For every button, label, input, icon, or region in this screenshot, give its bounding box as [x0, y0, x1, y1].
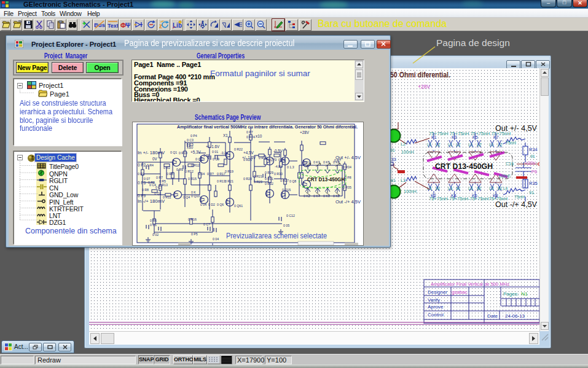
- svg-text:0 K3: 0 K3: [313, 160, 320, 164]
- svg-text:LZ: LZ: [436, 143, 441, 147]
- svg-text:0 R?: 0 R?: [207, 172, 214, 176]
- svg-text:0 R13: 0 R13: [159, 183, 168, 187]
- svg-text:R35: R35: [529, 181, 538, 186]
- svg-text:0 R1: 0 R1: [138, 172, 144, 176]
- svg-text:0 Q1: 0 Q1: [170, 151, 177, 154]
- svg-text:-0,5V: -0,5V: [273, 149, 283, 153]
- svg-text:0 P2: 0 P2: [138, 163, 146, 167]
- svg-text:L3: L3: [489, 186, 494, 190]
- svg-text:+4,5V: +4,5V: [243, 151, 254, 155]
- svg-text:0 D2: 0 D2: [208, 203, 215, 206]
- svg-text:L4: L4: [503, 186, 508, 190]
- svg-text:Out +/- 4,5V: Out +/- 4,5V: [495, 124, 538, 133]
- svg-text:+5,3V: +5,3V: [190, 150, 201, 154]
- svg-text:0 05: 0 05: [283, 224, 289, 227]
- svg-text:x10: x10: [187, 145, 194, 149]
- svg-text:L2: L2: [401, 142, 406, 146]
- svg-text:0 Q10: 0 Q10: [191, 194, 200, 198]
- svg-text:0 R13: 0 R13: [217, 179, 225, 183]
- svg-text:Text: Text: [108, 23, 118, 29]
- svg-text:Amplificator Final Vertical de: Amplificator Final Vertical de 500 MHz: [431, 281, 509, 287]
- svg-text:-4,8V: -4,8V: [275, 165, 283, 168]
- svg-text:LZ: LZ: [456, 143, 461, 147]
- svg-text:0 R32: 0 R32: [265, 182, 273, 186]
- svg-text:0 C3: 0 C3: [187, 138, 194, 142]
- svg-text:Control: Control: [428, 312, 444, 318]
- svg-text:0 01: 0 01: [212, 150, 218, 154]
- svg-text:LZ: LZ: [477, 143, 482, 147]
- svg-text:0 K1: 0 K1: [304, 160, 310, 164]
- svg-text:X1: X1: [223, 133, 228, 138]
- svg-text:0 Q70: 0 Q70: [268, 158, 276, 162]
- svg-text:L3: L3: [468, 186, 473, 190]
- svg-text:+/- 1.6V: +/- 1.6V: [206, 144, 220, 149]
- svg-text:0 Q5: 0 Q5: [278, 158, 285, 162]
- svg-text:Out +/- 4,5V: Out +/- 4,5V: [335, 155, 361, 160]
- svg-text:0 R21: 0 R21: [254, 174, 262, 178]
- svg-text:Designer: Designer: [428, 289, 447, 295]
- svg-text:0 R6: 0 R6: [150, 219, 157, 222]
- svg-text:L3: L3: [401, 178, 406, 182]
- svg-text:LZ: LZ: [498, 143, 503, 147]
- svg-text:b2: b2: [456, 186, 461, 190]
- svg-text:100nH: 100nH: [401, 150, 414, 154]
- svg-text:Out -/+ 4,5V: Out -/+ 4,5V: [495, 200, 538, 209]
- svg-text:+20V: +20V: [525, 160, 536, 166]
- svg-text:Pages: N1: Pages: N1: [503, 291, 528, 297]
- svg-text:0 R29: 0 R29: [265, 171, 273, 174]
- svg-text:R34: R34: [529, 147, 538, 152]
- svg-text:0V: 0V: [152, 157, 158, 161]
- svg-text:0 P5: 0 P5: [191, 232, 198, 236]
- svg-text:0 C9: 0 C9: [213, 157, 219, 161]
- svg-text:24-06-13: 24-06-13: [505, 313, 525, 319]
- svg-text:91.: 91.: [529, 190, 535, 195]
- svg-text:0 Q15: 0 Q15: [282, 188, 291, 192]
- svg-text:0 02: 0 02: [152, 233, 159, 237]
- svg-text:L1: L1: [489, 143, 494, 147]
- svg-text:In -/+ 180mV: In -/+ 180mV: [138, 199, 165, 203]
- svg-text:0 Q8: 0 Q8: [289, 179, 296, 183]
- svg-text:b2: b2: [477, 186, 482, 190]
- svg-text:0 R19: 0 R19: [225, 170, 233, 173]
- svg-text:Verify: Verify: [428, 297, 440, 303]
- svg-text:+28V: +28V: [300, 130, 310, 135]
- svg-text:0 K5: 0 K5: [323, 160, 330, 164]
- svg-text:0 R26: 0 R26: [259, 156, 267, 160]
- svg-text:100nH.: 100nH.: [404, 189, 418, 194]
- svg-text:0 R2: 0 R2: [163, 166, 170, 170]
- svg-text:0 R8: 0 R8: [167, 172, 173, 176]
- svg-text:C16: C16: [506, 162, 514, 166]
- svg-text:K6: K6: [472, 194, 477, 198]
- svg-text:0 03: 0 03: [203, 154, 210, 157]
- svg-text:75nH: 75nH: [514, 195, 525, 199]
- svg-text:0 04: 0 04: [200, 203, 206, 206]
- svg-text:0 R9: 0 R9: [176, 168, 183, 171]
- svg-text:K2: K2: [431, 194, 436, 198]
- svg-text:Previzualizarea schemei select: Previzualizarea schemei selectate: [226, 231, 327, 240]
- svg-text:z: z: [159, 23, 162, 29]
- svg-text:0 R22: 0 R22: [234, 147, 243, 151]
- svg-text:0 R10: 0 R10: [179, 151, 187, 155]
- svg-text:L1: L1: [448, 143, 453, 147]
- svg-text:0 Q6: 0 Q6: [217, 203, 224, 206]
- svg-text:Date: Date: [487, 313, 498, 319]
- svg-text:x10: x10: [256, 134, 262, 138]
- svg-text:0 C?: 0 C?: [203, 222, 210, 226]
- svg-text:0 R30: 0 R30: [274, 172, 283, 176]
- svg-text:b2: b2: [498, 186, 503, 190]
- svg-text:0 C12: 0 C12: [286, 214, 295, 217]
- svg-text:50 Ohmi diferential.: 50 Ohmi diferential.: [390, 71, 450, 79]
- svg-text:L3: L3: [448, 186, 453, 190]
- svg-text:0 1,3: 0 1,3: [287, 165, 294, 169]
- svg-text:0 R23: 0 R23: [254, 180, 262, 184]
- svg-text:0 Q2: 0 Q2: [154, 192, 161, 195]
- svg-text:0 R27: 0 R27: [280, 179, 289, 182]
- svg-text:K4: K4: [451, 194, 457, 198]
- svg-text:.P6: .P6: [530, 169, 537, 174]
- svg-text:0 C1: 0 C1: [150, 223, 157, 227]
- svg-text:0 R16: 0 R16: [188, 217, 197, 221]
- svg-text:0 04: 0 04: [198, 172, 205, 176]
- svg-text:Amplificator final vertical 50: Amplificator final vertical 500MHz cu in…: [177, 125, 358, 130]
- svg-text:0 R24: 0 R24: [246, 135, 255, 139]
- svg-text:0 R4: 0 R4: [147, 163, 154, 167]
